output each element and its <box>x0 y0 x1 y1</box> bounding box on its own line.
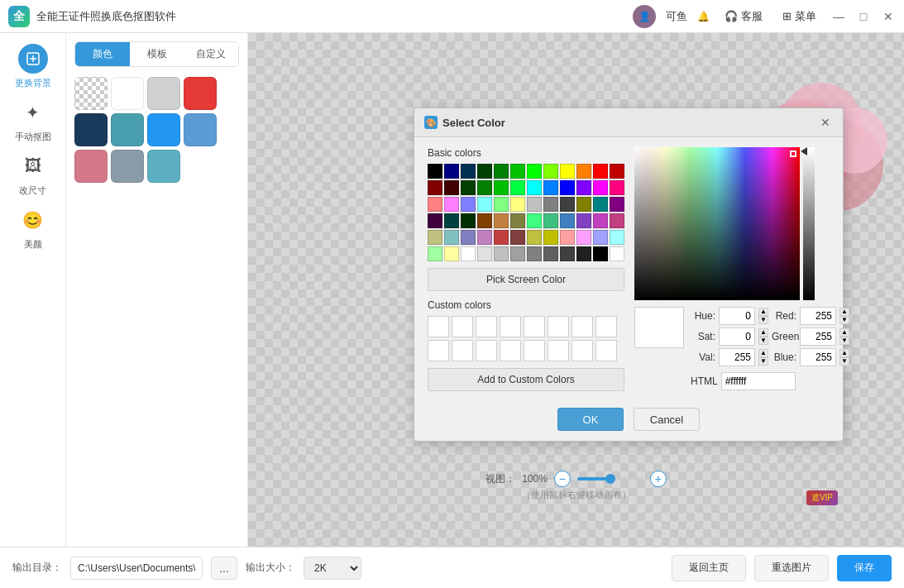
bc-swatch[interactable] <box>510 180 525 195</box>
add-custom-colors-btn[interactable]: Add to Custom Colors <box>428 368 624 391</box>
hue-up[interactable]: ▲ <box>758 308 768 316</box>
bc-swatch[interactable] <box>510 197 525 212</box>
sidebar-item-manual-cutout[interactable]: ✦ 手动抠图 <box>4 95 62 145</box>
bc-swatch[interactable] <box>560 246 575 261</box>
sat-input[interactable] <box>719 327 755 346</box>
bc-swatch[interactable] <box>593 164 608 179</box>
cc-swatch[interactable] <box>524 340 545 361</box>
cc-swatch[interactable] <box>595 340 617 361</box>
cc-swatch[interactable] <box>524 316 545 337</box>
swatch-transparent[interactable] <box>74 77 108 110</box>
bc-swatch[interactable] <box>527 197 542 212</box>
bc-swatch[interactable] <box>560 180 575 195</box>
bc-swatch[interactable] <box>593 213 608 228</box>
bc-swatch[interactable] <box>461 213 476 228</box>
cc-swatch[interactable] <box>428 316 449 337</box>
bc-swatch[interactable] <box>560 164 575 179</box>
save-btn[interactable]: 保存 <box>837 555 892 581</box>
bc-swatch[interactable] <box>527 246 542 261</box>
bc-swatch[interactable] <box>576 246 591 261</box>
sidebar-item-change-bg[interactable]: 更换背景 <box>4 41 62 91</box>
bc-swatch[interactable] <box>494 230 509 245</box>
bc-swatch[interactable] <box>444 213 459 228</box>
bc-swatch[interactable] <box>543 230 558 245</box>
bc-swatch[interactable] <box>477 164 492 179</box>
swatch-darkblue[interactable] <box>74 113 108 146</box>
reselect-btn[interactable]: 重选图片 <box>754 555 829 581</box>
browse-btn[interactable]: ... <box>211 557 237 580</box>
cc-swatch[interactable] <box>476 316 497 337</box>
cc-swatch[interactable] <box>452 316 473 337</box>
bc-swatch[interactable] <box>428 213 442 228</box>
output-size-select[interactable]: 1K 2K 4K 原始 <box>304 557 361 580</box>
maximize-btn[interactable]: □ <box>856 9 871 24</box>
zoom-in-btn[interactable]: + <box>650 471 667 487</box>
bc-swatch[interactable] <box>560 213 575 228</box>
val-input[interactable] <box>719 348 755 366</box>
bc-swatch[interactable] <box>593 180 608 195</box>
bc-swatch[interactable] <box>576 180 591 195</box>
html-input[interactable] <box>721 372 796 390</box>
bc-swatch[interactable] <box>444 164 459 179</box>
bc-swatch[interactable] <box>477 197 492 212</box>
bc-swatch[interactable] <box>461 230 476 245</box>
bc-swatch[interactable] <box>477 213 492 228</box>
bc-swatch[interactable] <box>494 213 509 228</box>
brightness-bar[interactable] <box>803 147 815 300</box>
cc-swatch[interactable] <box>428 340 449 361</box>
bc-swatch[interactable] <box>576 213 591 228</box>
val-up[interactable]: ▲ <box>758 349 768 357</box>
customer-service-btn[interactable]: 🎧 客服 <box>720 6 768 27</box>
cc-swatch[interactable] <box>548 340 569 361</box>
green-up[interactable]: ▲ <box>839 328 849 337</box>
swatch-blue[interactable] <box>147 113 180 146</box>
cc-swatch[interactable] <box>595 316 617 337</box>
swatch-white[interactable] <box>111 77 144 110</box>
cc-swatch[interactable] <box>548 316 569 337</box>
swatch-pink[interactable] <box>74 150 108 183</box>
bc-swatch[interactable] <box>510 246 525 261</box>
hue-down[interactable]: ▼ <box>758 316 768 324</box>
dialog-cancel-btn[interactable]: Cancel <box>634 408 700 431</box>
bc-swatch[interactable] <box>461 246 476 261</box>
bc-swatch[interactable] <box>428 230 442 245</box>
red-down[interactable]: ▼ <box>839 316 849 324</box>
bc-swatch[interactable] <box>610 213 624 228</box>
bc-swatch[interactable] <box>428 180 442 195</box>
tab-custom[interactable]: 自定义 <box>184 42 238 66</box>
cc-swatch[interactable] <box>452 340 473 361</box>
sat-up[interactable]: ▲ <box>758 328 768 337</box>
cc-swatch[interactable] <box>572 316 593 337</box>
bc-swatch[interactable] <box>527 213 542 228</box>
bc-swatch[interactable] <box>444 197 459 212</box>
bc-swatch-white-last[interactable] <box>610 246 624 261</box>
blue-down[interactable]: ▼ <box>839 357 849 366</box>
minimize-btn[interactable]: — <box>831 9 846 24</box>
bc-swatch[interactable] <box>527 180 542 195</box>
bc-swatch[interactable] <box>576 197 591 212</box>
bc-swatch[interactable] <box>593 246 608 261</box>
cc-swatch[interactable] <box>500 316 521 337</box>
blue-up[interactable]: ▲ <box>839 349 849 357</box>
bc-swatch[interactable] <box>576 230 591 245</box>
bc-swatch[interactable] <box>461 164 476 179</box>
sidebar-item-beauty[interactable]: 😊 美颜 <box>4 203 62 252</box>
bc-swatch[interactable] <box>444 230 459 245</box>
dialog-close-btn[interactable]: ✕ <box>818 115 833 130</box>
bc-swatch[interactable] <box>477 230 492 245</box>
tab-template[interactable]: 模板 <box>130 42 184 66</box>
dialog-ok-btn[interactable]: OK <box>557 408 624 431</box>
zoom-slider[interactable] <box>577 477 643 480</box>
bc-swatch[interactable] <box>560 197 575 212</box>
bc-swatch[interactable] <box>543 246 558 261</box>
bc-swatch[interactable] <box>543 197 558 212</box>
swatch-red[interactable] <box>184 77 217 110</box>
bc-swatch[interactable] <box>428 197 442 212</box>
bc-swatch[interactable] <box>477 180 492 195</box>
bc-swatch[interactable] <box>610 230 624 245</box>
zoom-out-btn[interactable]: − <box>554 471 571 487</box>
bc-swatch[interactable] <box>593 230 608 245</box>
bc-swatch[interactable] <box>527 230 542 245</box>
swatch-lightgray[interactable] <box>147 77 180 110</box>
sidebar-item-resize[interactable]: 🖼 改尺寸 <box>4 149 62 198</box>
